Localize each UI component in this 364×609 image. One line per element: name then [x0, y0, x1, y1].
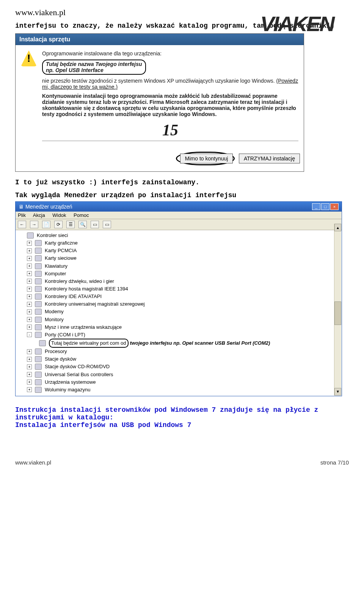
- expand-icon[interactable]: +: [27, 372, 32, 377]
- device-icon: [35, 348, 42, 355]
- scroll-down-icon[interactable]: ▼: [334, 388, 341, 396]
- menu-action[interactable]: Akcja: [33, 212, 45, 218]
- annotation-virtual-port-example: twojego interfejsu np. Opel scanner USB …: [130, 339, 270, 347]
- expand-icon[interactable]: +: [27, 248, 32, 253]
- expand-icon[interactable]: +: [27, 287, 32, 292]
- device-icon: [35, 271, 42, 277]
- menu-view[interactable]: Widok: [52, 212, 66, 218]
- properties-icon[interactable]: 📄: [42, 221, 50, 228]
- expand-icon[interactable]: +: [27, 309, 32, 314]
- device-tree[interactable]: Kontroler sieci +Karty graficzne +Karty …: [16, 230, 342, 396]
- expand-icon[interactable]: +: [27, 264, 32, 268]
- tree-item[interactable]: Karty graficzne: [45, 239, 78, 247]
- footer-url: www.viaken.pl: [15, 459, 51, 466]
- tree-item[interactable]: Urządzenia systemowe: [45, 378, 96, 386]
- annotation-device-name: Tutaj będzie nazwa Twojego interfejsu np…: [42, 60, 146, 75]
- tb-icon-3[interactable]: ▭: [103, 221, 111, 228]
- device-icon: [35, 286, 42, 292]
- device-icon: [35, 309, 42, 315]
- device-icon: [35, 255, 42, 261]
- dialog-hardware-install: Instalacja sprzętu ! Oprogramowanie inst…: [15, 33, 304, 172]
- tree-item-ports[interactable]: Porty (COM i LPT): [45, 331, 85, 339]
- minimize-button[interactable]: _: [312, 203, 320, 210]
- devmgr-toolbar: ← → 📄 ⟳ ☰ 🔍 ▭ ▭: [16, 219, 342, 230]
- expand-icon[interactable]: +: [27, 294, 32, 299]
- dialog-line-notpassed: nie przeszło testów zgodności z systemem…: [42, 78, 276, 84]
- tree-item[interactable]: Karty sieciowe: [45, 254, 77, 262]
- device-icon: [35, 317, 42, 323]
- warning-icon: !: [21, 50, 37, 66]
- device-icon: [35, 294, 42, 300]
- collapse-icon[interactable]: -: [27, 332, 32, 337]
- continue-anyway-button[interactable]: Mimo to kontynuuj: [180, 154, 233, 163]
- tree-item[interactable]: Kontrolery hosta magistrali IEEE 1394: [45, 285, 128, 293]
- device-icon: [35, 263, 42, 269]
- annotation-virtual-port: Tutaj będzie wirtualny port com od: [49, 339, 129, 348]
- expand-icon[interactable]: +: [27, 325, 32, 330]
- expand-icon[interactable]: +: [27, 241, 32, 246]
- device-icon: [35, 248, 42, 254]
- tree-item[interactable]: Monitory: [45, 316, 64, 323]
- device-manager-window: 🖥 Menedżer urządzeń _ □ × Plik Akcja Wid…: [15, 201, 342, 396]
- footer-page: strona 7/10: [320, 459, 349, 466]
- tree-item[interactable]: Woluminy magazynu: [45, 386, 90, 394]
- device-icon: [35, 372, 42, 378]
- expand-icon[interactable]: +: [27, 349, 32, 354]
- tree-item[interactable]: Modemy: [45, 308, 64, 315]
- expand-icon[interactable]: +: [27, 302, 32, 307]
- dialog-line-installing: Oprogramowanie instalowane dla tego urzą…: [42, 50, 298, 57]
- dialog-warning-paragraph: Kontynuowanie instalacji tego oprogramow…: [42, 93, 298, 117]
- stop-install-button[interactable]: ATRZYMAJ instalację: [239, 154, 300, 163]
- scrollbar[interactable]: ▲ ▼: [334, 224, 341, 396]
- annotation-step-number: 15: [42, 121, 298, 139]
- refresh-icon[interactable]: ⟳: [54, 221, 63, 228]
- tree-item[interactable]: Kontroler sieci: [37, 232, 68, 239]
- scan-icon[interactable]: 🔍: [78, 221, 87, 228]
- scroll-thumb[interactable]: [334, 301, 341, 325]
- tree-item[interactable]: Universal Serial Bus controllers: [45, 371, 113, 378]
- expand-icon[interactable]: +: [27, 279, 32, 284]
- tree-item[interactable]: Karty PCMCIA: [45, 247, 77, 254]
- devmgr-menubar[interactable]: Plik Akcja Widok Pomoc: [16, 212, 342, 219]
- forward-icon[interactable]: →: [30, 221, 38, 228]
- ports-icon: [35, 332, 42, 338]
- tree-item[interactable]: Kontrolery IDE ATA/ATAPI: [45, 293, 102, 300]
- tb-icon[interactable]: ☰: [66, 221, 75, 228]
- expand-icon[interactable]: +: [27, 271, 32, 276]
- tb-icon-2[interactable]: ▭: [91, 221, 99, 228]
- devmgr-icon: 🖥: [19, 204, 24, 210]
- tree-item[interactable]: Procesory: [45, 348, 67, 355]
- tree-item[interactable]: Stacje dysków CD-ROM/DVD: [45, 363, 110, 370]
- expand-icon[interactable]: +: [27, 380, 32, 385]
- back-icon[interactable]: ←: [18, 221, 26, 228]
- expand-icon[interactable]: +: [27, 317, 32, 322]
- menu-file[interactable]: Plik: [18, 212, 26, 218]
- device-icon: [35, 387, 42, 393]
- win7-driver-instruction: Instrukcja instalacji sterowników pod Wi…: [15, 406, 349, 429]
- close-button[interactable]: ×: [330, 203, 339, 210]
- device-icon: [27, 232, 34, 239]
- text-installed: I to już wszystko :) interfejs zainstalo…: [15, 179, 349, 186]
- expand-icon[interactable]: +: [27, 357, 32, 362]
- annotation-circle: Mimo to kontynuuj: [176, 152, 235, 165]
- tree-item[interactable]: Kontrolery uniwersalnej magistrali szere…: [45, 300, 145, 308]
- tree-item[interactable]: Klawiatury: [45, 262, 67, 270]
- tree-item[interactable]: Kontrolery dźwięku, wideo i gier: [45, 278, 114, 285]
- menu-help[interactable]: Pomoc: [74, 212, 89, 218]
- expand-icon[interactable]: +: [27, 256, 32, 261]
- device-icon: [35, 379, 42, 385]
- brand-logo: VIAKEN: [260, 11, 334, 36]
- tree-item[interactable]: Stacje dysków: [45, 355, 76, 363]
- devmgr-title: Menedżer urządzeń: [25, 204, 72, 210]
- device-icon: [35, 324, 42, 330]
- maximize-button[interactable]: □: [321, 203, 329, 210]
- device-icon: [35, 356, 42, 362]
- device-icon: [35, 278, 42, 284]
- expand-icon[interactable]: +: [27, 387, 32, 392]
- expand-icon[interactable]: +: [27, 364, 32, 369]
- tree-item[interactable]: Komputer: [45, 270, 66, 278]
- tree-item[interactable]: Mysz i inne urządzenia wskazujące: [45, 323, 122, 331]
- device-icon: [35, 364, 42, 370]
- port-icon: [39, 340, 46, 346]
- scroll-up-icon[interactable]: ▲: [334, 224, 341, 231]
